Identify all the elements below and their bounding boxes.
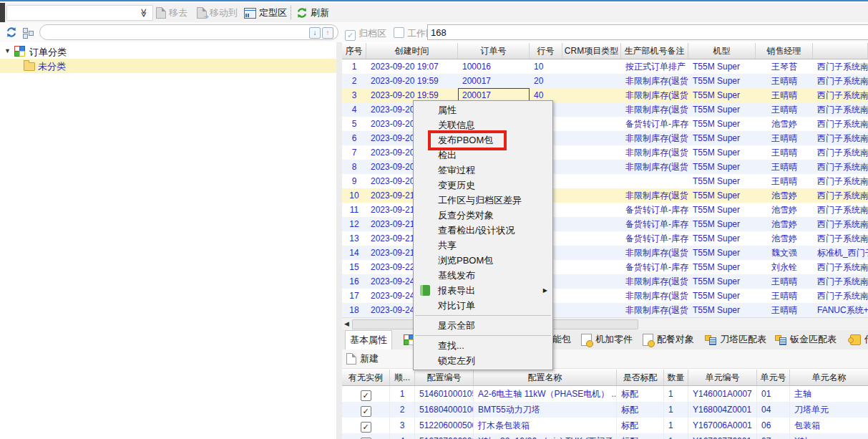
cell[interactable]: 备货转订单-库存... [621,231,688,246]
checkbox[interactable]: ✓ [361,406,371,417]
cell[interactable]: 17 [342,289,366,303]
cell[interactable]: 07 [757,433,790,439]
menu-item[interactable]: 查看检出/设计状况 [414,223,552,238]
cell[interactable]: 王晴晴 [756,102,813,117]
cell[interactable]: 西门子系统南京面 [813,131,868,145]
cell[interactable]: X轴 φ32×10(30m/min) THK (西门子... [474,433,617,439]
cell[interactable]: 18 [342,303,366,317]
table-row[interactable]: ✓2516804000100BMT55动力刀塔标配1Y168004Z000104… [342,402,868,418]
cell[interactable] [562,88,621,102]
fixed-area-button[interactable]: 定型区 [244,5,287,21]
table-row[interactable]: ✓4516707000300X轴 φ32×10(30m/min) THK (西门… [342,433,868,439]
cell[interactable]: 王晴晴 [756,289,813,303]
cell[interactable] [562,188,621,203]
cell[interactable]: X轴 [790,433,868,439]
cell[interactable]: T55M Super [688,274,756,289]
cell[interactable]: ✓ [342,386,390,402]
cell[interactable]: T55M Super [688,303,756,317]
cell[interactable]: 王晴晴 [756,160,813,174]
column-header[interactable]: CRM项目类型 [562,43,621,59]
menu-item[interactable]: 工作区与归档区差异 [414,193,552,208]
cell[interactable]: 516804000100 [415,402,474,418]
column-header[interactable]: 数量 [664,370,688,385]
cell[interactable]: 标配 [617,418,664,433]
tab-clipped[interactable]: 代 [846,330,868,349]
cell[interactable]: ✓ [342,418,390,433]
cell[interactable]: 标配 [617,433,664,439]
cell[interactable]: 刀塔单元 [790,402,868,418]
cell[interactable]: 池雪婷 [756,188,813,203]
cell[interactable]: 01 [757,386,790,402]
tree-item-uncategorized[interactable]: 未分类 [0,59,336,73]
menu-item[interactable]: 发布PBOM包 [414,132,552,148]
cell[interactable]: T55M Super [688,289,756,303]
cell[interactable]: 西门子系统南京面 [813,260,868,274]
cell[interactable] [562,160,621,174]
cell[interactable]: T55M Super [688,174,756,188]
cell[interactable]: 西门子系统南京面 [813,274,868,289]
menu-item[interactable]: 浏览PBOM包 [414,253,552,268]
cell[interactable]: 备货转订单-库存... [621,260,688,274]
column-header[interactable]: 单元名称 [790,370,868,385]
cell[interactable]: 1 [664,402,688,418]
cell[interactable]: 1 [664,418,688,433]
cell[interactable]: 包装箱 [790,418,868,433]
cell[interactable]: 2023-09-20 19:59 [366,74,458,88]
cell[interactable]: 非限制库存(退货... [621,188,688,203]
cell[interactable] [562,289,621,303]
tab-catering-objects[interactable]: 配餐对象 [638,330,698,349]
cell[interactable]: 非限制库存(退货... [621,74,688,88]
cell[interactable]: 西门子系统南京面 [813,102,868,117]
cell[interactable]: 非限制库存(退货... [621,303,688,317]
column-header[interactable]: 配置编号 [415,370,474,385]
cell[interactable] [562,74,621,88]
cell[interactable] [562,117,621,131]
cell[interactable]: 20 [530,74,562,88]
cell[interactable]: 1 [342,59,366,74]
tree-refresh-icon[interactable] [6,26,17,38]
cell[interactable] [562,231,621,246]
cell[interactable]: 3 [390,418,415,433]
cell[interactable]: 西门子系统南京面 [813,59,868,74]
column-header[interactable]: 机型 [688,43,756,59]
cell[interactable]: 2023-09-20 19:07 [366,59,458,74]
cell[interactable]: T55M Super [688,260,756,274]
cell[interactable]: ✓ [342,433,390,439]
cell[interactable]: A2-6电主轴 11kW（PHASE电机） ... [474,386,617,402]
cell[interactable]: 512206000500 [415,418,474,433]
cell[interactable] [562,131,621,145]
cell[interactable]: 516707000300 [415,433,474,439]
cell[interactable]: 标准机_西门子系 [813,246,868,260]
cell[interactable]: 王晴晴 [756,303,813,317]
menu-item[interactable]: 属性 [414,102,552,117]
cell[interactable]: 西门子系统南京面 [813,145,868,160]
org-structure-icon[interactable] [23,28,34,38]
tab-turret-match-table[interactable]: 刀塔匹配表 [701,330,771,349]
cell[interactable]: Y168004Z0001 [688,402,757,418]
cell[interactable]: 西门子系统南京面 [813,174,868,188]
cell[interactable]: 西门子系统南京面 [813,231,868,246]
table-row[interactable]: 22023-09-20 19:5920001720非限制库存(退货...T55M… [342,74,868,88]
cell[interactable]: ✓ [342,402,390,418]
column-header[interactable]: 是否标配 [617,370,664,385]
tree-expander-icon[interactable]: ▼ [4,47,11,54]
tab-basic-properties[interactable]: 基本属性 [345,330,392,349]
cell[interactable]: 12 [342,217,366,231]
cell[interactable]: 西门子系统南京面 [813,203,868,217]
cell[interactable]: 4 [390,433,415,439]
cell[interactable]: 王晴晴 [756,145,813,160]
cell[interactable]: 王晴晴 [756,131,813,145]
menu-item[interactable]: 签审过程 [414,163,552,178]
cell[interactable]: 5 [342,117,366,131]
cell[interactable]: T55M Super [688,188,756,203]
cell[interactable]: 200017 [458,74,530,88]
column-header[interactable]: 单元编号 [688,370,757,385]
cell[interactable]: 6 [342,131,366,145]
cell[interactable]: 备货转订单-库存... [621,217,688,231]
cell[interactable]: 04 [757,402,790,418]
cell[interactable]: 100016 [458,59,530,74]
menu-item[interactable]: 基线发布 [414,268,552,283]
column-header[interactable]: 创建时间 [366,43,458,59]
new-button[interactable]: 新建 [360,352,379,365]
cell[interactable] [562,59,621,74]
